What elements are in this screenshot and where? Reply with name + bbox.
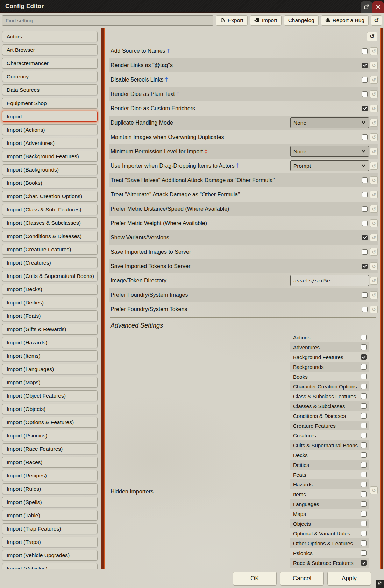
row-reset-button[interactable]: ↺	[370, 105, 378, 112]
sidebar-item-import-decks[interactable]: Import (Decks)	[2, 284, 98, 295]
checkbox[interactable]	[362, 177, 368, 183]
row-reset-button[interactable]: ↺	[370, 47, 378, 55]
checkbox[interactable]	[361, 423, 367, 428]
sidebar-item-charactermancer[interactable]: Charactermancer	[2, 58, 98, 69]
checkbox[interactable]	[361, 335, 367, 340]
sidebar-item-import-spells[interactable]: Import (Spells)	[2, 497, 98, 507]
sidebar-item-import-char-creation-options[interactable]: Import (Char. Creation Options)	[2, 191, 98, 202]
select-dropdown[interactable]: None	[290, 146, 369, 157]
row-reset-button[interactable]: ↺	[370, 306, 378, 313]
sidebar-item-import-vehicles[interactable]: Import (Vehicles)	[2, 563, 98, 569]
sidebar-item-currency[interactable]: Currency	[2, 71, 98, 82]
checkbox[interactable]	[362, 307, 368, 312]
checkbox[interactable]	[362, 192, 368, 197]
select-dropdown[interactable]: None	[290, 117, 369, 128]
row-reset-button[interactable]: ↺	[370, 291, 378, 299]
sidebar-item-import-cults-supernatural-boons[interactable]: Import (Cults & Supernatural Boons)	[2, 271, 98, 281]
sidebar-item-actors[interactable]: Actors	[2, 31, 98, 42]
row-reset-button[interactable]: ↺	[370, 176, 378, 184]
sidebar-item-import-vehicle-upgrades[interactable]: Import (Vehicle Upgrades)	[2, 550, 98, 561]
checkbox[interactable]	[361, 501, 367, 507]
checkbox[interactable]	[361, 482, 367, 487]
sidebar-item-import-table[interactable]: Import (Table)	[2, 510, 98, 521]
row-reset-button[interactable]: ↺	[370, 262, 378, 270]
checkbox[interactable]	[361, 403, 367, 409]
row-reset-button[interactable]: ↺	[370, 148, 378, 155]
export-button[interactable]: Export	[216, 15, 248, 26]
checkbox[interactable]	[362, 48, 368, 54]
import-button[interactable]: Import	[250, 15, 282, 26]
checkbox[interactable]	[361, 521, 367, 526]
changelog-button[interactable]: Changelog	[284, 15, 319, 26]
sidebar-item-import-objects[interactable]: Import (Objects)	[2, 404, 98, 414]
apply-button[interactable]: Apply	[327, 572, 371, 586]
section-reset-button[interactable]: ↺	[367, 32, 377, 41]
checkbox[interactable]	[362, 264, 368, 269]
sidebar-item-import-backgrounds[interactable]: Import (Backgrounds)	[2, 164, 98, 175]
row-reset-button[interactable]: ↺	[370, 162, 378, 170]
checkbox[interactable]	[361, 462, 367, 468]
sidebar-item-import-traps[interactable]: Import (Traps)	[2, 537, 98, 547]
cancel-button[interactable]: Cancel	[280, 572, 324, 586]
sidebar-item-import-adventures[interactable]: Import (Adventures)	[2, 138, 98, 148]
sidebar-item-import[interactable]: Import	[2, 111, 98, 122]
sidebar-item-import-books[interactable]: Import (Books)	[2, 177, 98, 188]
sidebar-item-import-creatures[interactable]: Import (Creatures)	[2, 257, 98, 268]
sidebar-item-import-race-features[interactable]: Import (Race Features)	[2, 443, 98, 454]
checkbox[interactable]	[361, 393, 367, 399]
toolbar-reset-button[interactable]: ↺	[371, 15, 382, 26]
checkbox[interactable]	[361, 384, 367, 389]
search-input[interactable]	[2, 15, 213, 26]
checkbox[interactable]	[361, 374, 367, 379]
sidebar-item-import-classes-subclasses[interactable]: Import (Classes & Subclasses)	[2, 217, 98, 228]
row-reset-button[interactable]: ↺	[370, 234, 378, 241]
close-button[interactable]	[372, 1, 384, 13]
row-reset-button[interactable]: ↺	[370, 219, 378, 227]
checkbox[interactable]	[361, 442, 367, 448]
checkbox[interactable]	[362, 134, 368, 140]
row-reset-button[interactable]: ↺	[370, 205, 378, 213]
row-reset-button[interactable]: ↺	[370, 191, 378, 198]
sidebar-item-data-sources[interactable]: Data Sources	[2, 84, 98, 95]
checkbox[interactable]	[361, 491, 367, 497]
checkbox[interactable]	[362, 235, 368, 240]
sidebar-item-import-races[interactable]: Import (Races)	[2, 457, 98, 468]
checkbox[interactable]	[362, 292, 368, 298]
checkbox[interactable]	[361, 354, 367, 360]
checkbox[interactable]	[361, 550, 367, 556]
sidebar-item-art-browser[interactable]: Art Browser	[2, 44, 98, 55]
resize-handle[interactable]	[376, 580, 384, 588]
sidebar-item-import-options-features[interactable]: Import (Options & Features)	[2, 417, 98, 428]
sidebar-item-import-hazards[interactable]: Import (Hazards)	[2, 337, 98, 348]
titlebar[interactable]: Config Editor	[0, 0, 384, 13]
checkbox[interactable]	[361, 452, 367, 458]
row-reset-button[interactable]: ↺	[370, 248, 378, 256]
checkbox[interactable]	[362, 106, 368, 111]
sidebar-item-import-actions[interactable]: Import (Actions)	[2, 124, 98, 135]
row-reset-button[interactable]: ↺	[370, 119, 378, 127]
checkbox[interactable]	[362, 206, 368, 212]
sidebar-item-import-conditions-diseases[interactable]: Import (Conditions & Diseases)	[2, 231, 98, 241]
sidebar-item-import-items[interactable]: Import (Items)	[2, 350, 98, 361]
sidebar-item-import-creature-features[interactable]: Import (Creature Features)	[2, 244, 98, 255]
row-reset-button[interactable]: ↺	[370, 62, 378, 69]
directory-input[interactable]	[290, 275, 369, 286]
checkbox[interactable]	[362, 91, 368, 97]
sidebar-item-import-class-sub-features[interactable]: Import (Class & Sub. Features)	[2, 204, 98, 215]
hidden-importers-reset-button[interactable]: ↺	[370, 486, 378, 494]
checkbox[interactable]	[361, 560, 367, 566]
select-dropdown[interactable]: Prompt	[290, 160, 369, 171]
report-a-bug-button[interactable]: Report a Bug	[321, 15, 369, 26]
sidebar-item-import-background-features[interactable]: Import (Background Features)	[2, 151, 98, 162]
sidebar-item-import-recipes[interactable]: Import (Recipes)	[2, 470, 98, 481]
sidebar-item-import-deities[interactable]: Import (Deities)	[2, 297, 98, 308]
ok-button[interactable]: OK	[233, 572, 277, 586]
checkbox[interactable]	[362, 249, 368, 255]
checkbox[interactable]	[361, 364, 367, 370]
row-reset-button[interactable]: ↺	[370, 76, 378, 84]
row-reset-button[interactable]: ↺	[370, 133, 378, 141]
sidebar-item-import-gifts-rewards[interactable]: Import (Gifts & Rewards)	[2, 324, 98, 335]
sidebar-item-import-maps[interactable]: Import (Maps)	[2, 377, 98, 388]
checkbox[interactable]	[361, 540, 367, 546]
row-reset-button[interactable]: ↺	[370, 277, 378, 285]
